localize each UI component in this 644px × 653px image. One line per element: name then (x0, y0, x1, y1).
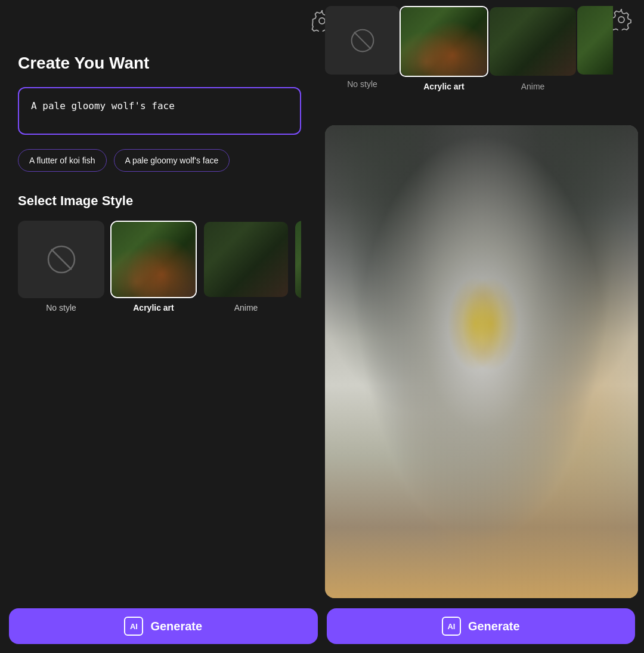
generate-label-left: Generate (150, 620, 202, 633)
style-section-title: Select Image Style (18, 193, 301, 209)
style-label-anime: Anime (234, 303, 258, 312)
page-title: Create You Want (18, 54, 301, 73)
generate-button-right[interactable]: AI Generate (327, 608, 636, 644)
ai-badge-right: AI (442, 617, 461, 636)
style-grid: No style Acrylic art Anime (18, 221, 301, 312)
prompt-input[interactable]: A pale gloomy wolf's face (18, 87, 301, 135)
strip-partial-thumb (577, 6, 613, 75)
strip-acrylic-thumb (400, 6, 488, 77)
style-item-no-style[interactable]: No style (18, 221, 104, 312)
ai-badge-left: AI (124, 617, 143, 636)
strip-item-acrylic-art[interactable]: Acrylic art (400, 6, 488, 91)
suggestion-chip-1[interactable]: A pale gloomy wolf's face (114, 149, 230, 172)
no-style-thumb (18, 221, 104, 298)
generate-button-left[interactable]: AI Generate (9, 608, 318, 644)
anime-thumb (203, 221, 289, 298)
generated-image (325, 125, 638, 598)
generate-label-right: Generate (468, 620, 520, 633)
svg-line-3 (51, 249, 72, 270)
strip-label-acrylic-art: Acrylic art (423, 82, 464, 91)
left-panel: Create You Want A pale gloomy wolf's fac… (0, 42, 319, 653)
style-item-acrylic-art[interactable]: Acrylic art (110, 221, 197, 312)
strip-anime-thumb (488, 6, 577, 77)
style-strip: No style Acrylic art Anime (319, 0, 644, 119)
suggestion-chips: A flutter of koi fish A pale gloomy wolf… (18, 149, 301, 172)
strip-label-anime: Anime (521, 82, 545, 91)
bottom-bar: AI Generate AI Generate (0, 599, 644, 653)
strip-no-style-icon (348, 26, 377, 55)
right-panel: No style Acrylic art Anime (319, 0, 644, 653)
wolf-image-display (325, 125, 638, 598)
strip-item-anime[interactable]: Anime (488, 6, 577, 91)
acrylic-art-thumb (110, 221, 197, 298)
partial-thumb (295, 221, 301, 298)
strip-item-no-style[interactable]: No style (325, 6, 400, 89)
strip-no-style-thumb (325, 6, 400, 75)
style-item-anime[interactable]: Anime (203, 221, 289, 312)
style-item-partial[interactable] (295, 221, 301, 312)
style-label-acrylic-art: Acrylic art (133, 303, 174, 312)
style-label-no-style: No style (46, 303, 76, 312)
strip-item-partial[interactable] (577, 6, 613, 75)
no-style-icon (44, 242, 79, 277)
svg-line-5 (354, 32, 370, 48)
strip-label-no-style: No style (347, 79, 377, 89)
suggestion-chip-0[interactable]: A flutter of koi fish (18, 149, 107, 172)
